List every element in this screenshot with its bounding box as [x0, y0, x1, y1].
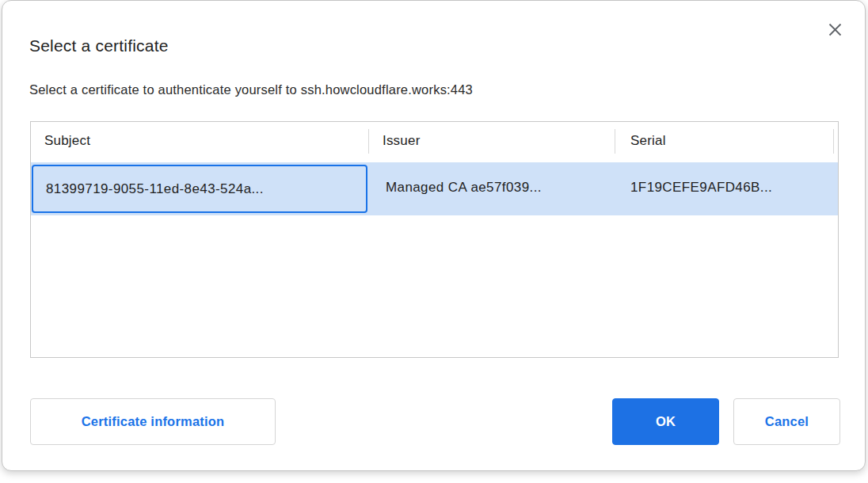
dialog-subtitle: Select a certificate to authenticate you… — [29, 82, 473, 97]
close-icon — [828, 23, 842, 36]
column-divider — [833, 129, 834, 154]
certificate-row-selected[interactable]: 81399719-9055-11ed-8e43-524a... Managed … — [31, 162, 838, 215]
column-header-issuer: Issuer — [383, 133, 421, 149]
column-header-subject: Subject — [44, 133, 90, 149]
cell-serial[interactable]: 1F19CEFE9AFD46B... — [630, 162, 772, 213]
cell-issuer[interactable]: Managed CA ae57f039... — [386, 162, 542, 213]
dialog-title: Select a certificate — [29, 36, 169, 55]
certificate-information-button[interactable]: Certificate information — [30, 398, 276, 445]
column-header-serial: Serial — [630, 133, 666, 149]
ok-button[interactable]: OK — [612, 398, 719, 445]
certificate-list: Subject Issuer Serial 81399719-9055-11ed… — [30, 121, 839, 358]
column-divider — [368, 129, 369, 154]
close-button[interactable] — [824, 18, 846, 40]
cancel-button[interactable]: Cancel — [733, 398, 840, 445]
column-divider — [615, 129, 615, 154]
cell-subject[interactable]: 81399719-9055-11ed-8e43-524a... — [32, 165, 367, 213]
select-certificate-dialog: Select a certificate Select a certificat… — [2, 0, 866, 471]
table-header-row: Subject Issuer Serial — [31, 122, 838, 162]
